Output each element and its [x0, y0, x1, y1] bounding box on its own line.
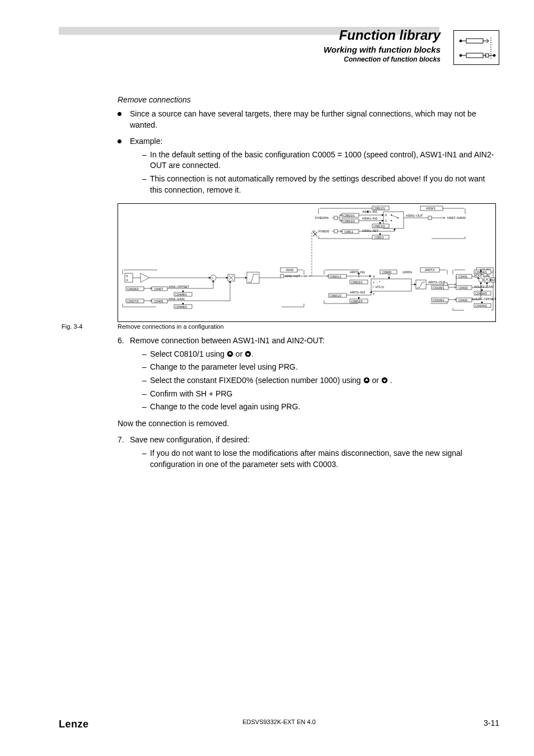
svg-text:/  x/(1-y): / x/(1-y) — [373, 285, 384, 288]
brand-icon — [453, 30, 499, 65]
post-step-6-text: Now the connection is removed. — [118, 418, 499, 430]
brand-logo-text: Lenze — [59, 718, 89, 730]
svg-text:ARIT2: ARIT2 — [425, 268, 435, 272]
svg-text:FIXED0%: FIXED0% — [315, 216, 329, 220]
svg-text:C0810/2: C0810/2 — [343, 220, 355, 223]
svg-text:C0811: C0811 — [344, 230, 353, 234]
step-6-sub-5: Change to the code level again using PRG… — [142, 402, 499, 413]
svg-text:62: 62 — [491, 278, 495, 282]
svg-text:4: 4 — [126, 278, 128, 282]
svg-text:C0600: C0600 — [382, 270, 391, 274]
svg-text:C0027/2: C0027/2 — [127, 300, 139, 303]
svg-text:C0602/1: C0602/1 — [351, 281, 363, 284]
svg-line-4 — [486, 39, 489, 41]
svg-text:1: 1 — [385, 219, 387, 222]
svg-text:ASW1–SET: ASW1–SET — [362, 229, 379, 232]
svg-text:+  -  *: + - * — [373, 281, 381, 284]
svg-text:AOUT1–GAIN: AOUT1–GAIN — [474, 285, 494, 288]
section-heading: Remove connections — [118, 95, 499, 104]
svg-text:C0108/1: C0108/1 — [433, 286, 444, 290]
svg-rect-51 — [334, 216, 338, 220]
svg-text:C0812/1: C0812/1 — [373, 207, 385, 210]
step-6-sub-1: Select C0810/1 using or . — [142, 349, 499, 360]
svg-text:X: X — [126, 274, 128, 278]
step-6: 6. Remove connection between ASW1-IN1 an… — [118, 335, 499, 413]
svg-point-7 — [460, 54, 462, 57]
svg-text:C0813: C0813 — [374, 236, 383, 239]
svg-text:ASW1–OUT: ASW1–OUT — [406, 214, 423, 217]
svg-text:C0812/2: C0812/2 — [373, 225, 385, 228]
svg-rect-98 — [280, 274, 284, 278]
svg-text:C0407: C0407 — [154, 287, 163, 291]
svg-rect-2 — [466, 39, 483, 43]
svg-text:NSET–NADD: NSET–NADD — [447, 216, 466, 220]
svg-rect-47 — [428, 216, 432, 220]
svg-text:AIN2–OFFSET: AIN2–OFFSET — [168, 285, 190, 288]
svg-text:0: 0 — [385, 213, 387, 217]
svg-text:C0601/2: C0601/2 — [330, 294, 341, 297]
svg-text:AIN2: AIN2 — [286, 268, 294, 272]
svg-text:ASW1–IN1: ASW1–IN1 — [362, 210, 377, 213]
svg-point-20 — [391, 220, 392, 221]
svg-text:C0026/2: C0026/2 — [127, 287, 139, 291]
bullet-2: Example: In the default setting of the b… — [118, 136, 499, 195]
svg-text:C0434/1: C0434/1 — [475, 270, 487, 274]
svg-text:ARIT2–OUT: ARIT2–OUT — [428, 281, 446, 284]
figure-caption: Remove connections in a configuration — [118, 323, 224, 330]
svg-text:C0810/1: C0810/1 — [343, 214, 355, 217]
svg-text:C0602/2: C0602/2 — [351, 300, 363, 303]
step-6-sub-3: Select the constant FIXED0% (selection n… — [142, 375, 499, 386]
svg-text:C0431: C0431 — [458, 275, 467, 278]
svg-rect-58 — [334, 230, 338, 233]
figure-label: Fig. 3-4 — [62, 323, 82, 330]
svg-point-163 — [479, 278, 483, 282]
svg-text:X: X — [373, 275, 375, 278]
step-7: 7. Save new configuration, if desired: I… — [118, 435, 499, 470]
svg-text:±200%: ±200% — [402, 270, 412, 274]
step-6-sub-2: Change to the parameter level using PRG. — [142, 362, 499, 373]
svg-text:y: y — [373, 292, 374, 295]
svg-text:+: + — [212, 276, 213, 279]
step-6-sub-4: Confirm with SH + PRG — [142, 389, 499, 400]
step-7-sub-1: If you do not want to lose the modificat… — [142, 448, 499, 470]
svg-line-5 — [486, 41, 489, 43]
doc-subtitle: Working with function blocks — [233, 45, 441, 54]
svg-rect-96 — [247, 272, 259, 283]
svg-text:C0432: C0432 — [458, 298, 467, 302]
svg-point-0 — [460, 40, 462, 42]
svg-text:ARIT2–IN1: ARIT2–IN1 — [350, 270, 365, 274]
svg-rect-9 — [466, 53, 483, 58]
svg-text:C0405: C0405 — [154, 300, 163, 303]
svg-text:C0601/1: C0601/1 — [330, 275, 341, 278]
page-number: 3-11 — [484, 718, 499, 727]
bullet-2-sub-1: In the default setting of the basic conf… — [142, 150, 499, 171]
figure-3-4-diagram: .t5 { font-size:5.5px; } .t6 { font-size… — [118, 203, 496, 322]
svg-text:C0434/2: C0434/2 — [475, 304, 487, 307]
svg-text:C0109/1: C0109/1 — [433, 298, 444, 302]
svg-rect-130 — [416, 280, 426, 289]
svg-text:AIN2–GAIN: AIN2–GAIN — [168, 297, 185, 301]
svg-text:C0408/1: C0408/1 — [175, 293, 187, 296]
svg-text:C0408/2: C0408/2 — [175, 305, 187, 309]
doc-number: EDSVS9332K-EXT EN 4.0 — [242, 718, 316, 725]
svg-text:FIXED0: FIXED0 — [318, 230, 329, 233]
svg-text:ASW1: ASW1 — [426, 207, 436, 210]
svg-point-13 — [493, 54, 495, 57]
svg-text:ARIT2–IN2: ARIT2–IN2 — [350, 291, 365, 294]
svg-text:C0433: C0433 — [458, 286, 467, 290]
svg-text:ASW1–IN2: ASW1–IN2 — [362, 217, 377, 220]
bullet-2-sub-2: This connection is not automatically rem… — [142, 174, 499, 195]
svg-text:AOUT1–OFFSET: AOUT1–OFFSET — [472, 297, 495, 301]
bullet-1: Since a source can have several targets,… — [118, 109, 499, 130]
page-header: Function library Working with function b… — [59, 27, 499, 71]
doc-title: Function library — [233, 28, 441, 43]
svg-text:C0434/3: C0434/3 — [475, 292, 487, 295]
page-footer: Lenze EDSVS9332K-EXT EN 4.0 3-11 — [59, 718, 499, 730]
doc-subsubtitle: Connection of function blocks — [233, 55, 441, 63]
